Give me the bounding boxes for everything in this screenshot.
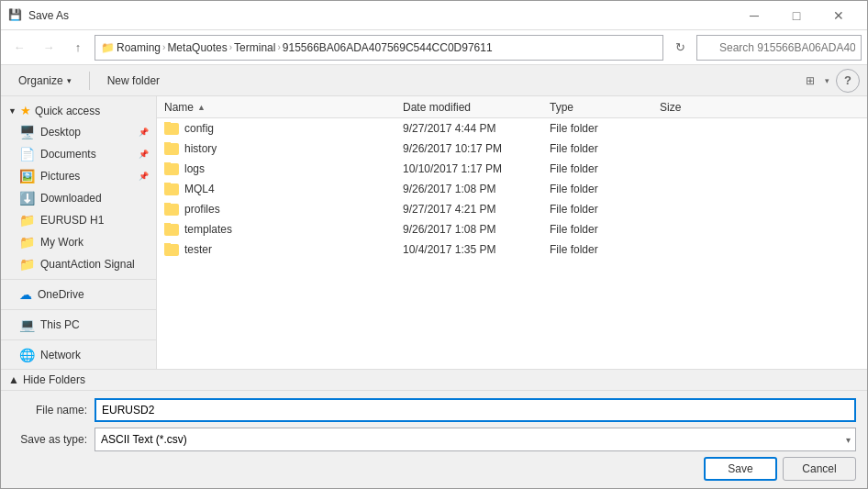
minimize-button[interactable]: ─: [733, 1, 775, 30]
search-input[interactable]: [696, 35, 862, 61]
file-name-cell: templates: [164, 223, 403, 236]
file-name-cell: config: [164, 122, 403, 135]
hide-folders-button[interactable]: ▲ Hide Folders: [8, 373, 85, 386]
table-row[interactable]: tester 10/4/2017 1:35 PM File folder: [157, 239, 867, 260]
savetype-row: Save as type: ASCII Text (*.csv) ▾: [12, 428, 856, 451]
table-row[interactable]: profiles 9/27/2017 4:21 PM File folder: [157, 199, 867, 219]
breadcrumb-id: 915566BA06ADA407569C544CC0D97611: [283, 41, 493, 54]
folder-icon: [164, 244, 179, 256]
file-name-text: config: [184, 122, 214, 135]
file-name-text: logs: [184, 162, 205, 175]
hide-folders-row: ▲ Hide Folders: [1, 369, 867, 390]
save-button[interactable]: Save: [704, 457, 777, 481]
toolbar: Organize ▾ New folder ⊞ ▾ ?: [1, 65, 867, 96]
up-button[interactable]: ↑: [65, 35, 91, 61]
file-date-cell: 9/26/2017 1:08 PM: [403, 223, 550, 236]
col-header-name[interactable]: Name ▲: [164, 101, 403, 114]
sidebar-item-eurusd[interactable]: 📁 EURUSD H1: [1, 209, 156, 231]
file-name-cell: history: [164, 142, 403, 155]
breadcrumb-label: Terminal: [234, 41, 275, 54]
mywork-label: My Work: [40, 236, 83, 249]
sidebar-item-documents[interactable]: 📄 Documents 📌: [1, 143, 156, 165]
filename-input[interactable]: [95, 398, 856, 422]
address-path[interactable]: 📁 Roaming › MetaQuotes › Terminal › 9155…: [95, 35, 663, 61]
search-wrapper: 🔍: [696, 35, 862, 61]
toolbar-separator: [89, 72, 90, 90]
documents-folder-icon: 📄: [19, 147, 35, 161]
eurusd-label: EURUSD H1: [40, 214, 104, 227]
sidebar-divider-2: [1, 309, 156, 310]
close-button[interactable]: ✕: [818, 1, 860, 30]
quick-access-star-icon: ★: [20, 104, 31, 117]
file-date-cell: 10/4/2017 1:35 PM: [403, 243, 550, 256]
thispc-label: This PC: [40, 318, 80, 331]
new-folder-button[interactable]: New folder: [97, 69, 170, 93]
desktop-label: Desktop: [40, 126, 81, 139]
savetype-select[interactable]: ASCII Text (*.csv): [95, 428, 856, 451]
maximize-button[interactable]: □: [775, 1, 818, 30]
quick-access-header[interactable]: ▼ ★ Quick access: [1, 100, 156, 121]
col-name-label: Name: [164, 101, 194, 114]
file-type-cell: File folder: [550, 223, 660, 236]
sidebar-item-network[interactable]: 🌐 Network: [1, 344, 156, 366]
file-name-cell: MQL4: [164, 183, 403, 195]
sidebar-item-downloaded[interactable]: ⬇️ Downloaded: [1, 187, 156, 209]
downloaded-label: Downloaded: [40, 192, 102, 205]
file-type-cell: File folder: [550, 162, 660, 175]
folder-icon: [164, 204, 179, 216]
sidebar-item-pictures[interactable]: 🖼️ Pictures 📌: [1, 165, 156, 187]
network-icon: 🌐: [19, 348, 35, 362]
file-date-cell: 9/27/2017 4:44 PM: [403, 122, 550, 135]
file-type-cell: File folder: [550, 203, 660, 216]
quantaction-label: QuantAction Signal: [40, 258, 135, 271]
col-header-date[interactable]: Date modified: [403, 101, 550, 114]
address-bar: ← → ↑ 📁 Roaming › MetaQuotes › Terminal …: [1, 30, 867, 65]
folder-icon: [164, 163, 179, 175]
col-header-type[interactable]: Type: [550, 101, 660, 114]
file-type-cell: File folder: [550, 122, 660, 135]
view-arrow-icon: ▾: [825, 76, 829, 85]
file-name-cell: tester: [164, 243, 403, 256]
file-name-text: tester: [184, 243, 212, 256]
sidebar-item-onedrive[interactable]: ☁ OneDrive: [1, 283, 156, 306]
table-row[interactable]: MQL4 9/26/2017 1:08 PM File folder: [157, 179, 867, 199]
desktop-pin-icon: 📌: [139, 128, 149, 137]
table-row[interactable]: templates 9/26/2017 1:08 PM File folder: [157, 219, 867, 239]
cancel-button[interactable]: Cancel: [783, 457, 856, 481]
sidebar-item-desktop[interactable]: 🖥️ Desktop 📌: [1, 121, 156, 143]
file-date-cell: 9/26/2017 10:17 PM: [403, 142, 550, 155]
breadcrumb-metaquotes: MetaQuotes: [167, 41, 227, 54]
file-date-cell: 10/10/2017 1:17 PM: [403, 162, 550, 175]
quick-access-expand-icon: ▼: [8, 106, 17, 116]
file-name-text: history: [184, 142, 217, 155]
col-date-label: Date modified: [403, 101, 471, 114]
help-button[interactable]: ?: [836, 69, 860, 93]
sidebar-item-mywork[interactable]: 📁 My Work: [1, 231, 156, 253]
folder-icon: [164, 143, 179, 155]
sidebar-item-quantaction[interactable]: 📁 QuantAction Signal: [1, 253, 156, 275]
file-type-cell: File folder: [550, 243, 660, 256]
table-row[interactable]: logs 10/10/2017 1:17 PM File folder: [157, 159, 867, 179]
file-name-text: profiles: [184, 203, 220, 216]
folder-icon: [164, 183, 179, 195]
back-button[interactable]: ←: [6, 35, 32, 61]
table-row[interactable]: history 9/26/2017 10:17 PM File folder: [157, 139, 867, 159]
file-date-cell: 9/27/2017 4:21 PM: [403, 203, 550, 216]
eurusd-folder-icon: 📁: [19, 213, 35, 228]
forward-button[interactable]: →: [36, 35, 61, 61]
sidebar: ▼ ★ Quick access 🖥️ Desktop 📌 📄 Document…: [1, 96, 157, 369]
col-header-size[interactable]: Size: [660, 101, 733, 114]
organize-button[interactable]: Organize ▾: [8, 69, 82, 93]
refresh-button[interactable]: ↻: [667, 35, 693, 61]
sidebar-item-thispc[interactable]: 💻 This PC: [1, 314, 156, 336]
breadcrumb-label: 915566BA06ADA407569C544CC0D97611: [283, 41, 493, 54]
file-name-cell: logs: [164, 162, 403, 175]
file-rows-container: config 9/27/2017 4:44 PM File folder his…: [157, 118, 867, 260]
file-type-cell: File folder: [550, 183, 660, 195]
sort-arrow-icon: ▲: [197, 103, 206, 112]
table-row[interactable]: config 9/27/2017 4:44 PM File folder: [157, 118, 867, 139]
col-size-label: Size: [660, 101, 681, 114]
toolbar-right: ⊞ ▾ ?: [797, 68, 860, 94]
bottom-area: File name: Save as type: ASCII Text (*.c…: [1, 390, 867, 488]
view-toggle-button[interactable]: ⊞: [797, 68, 823, 94]
